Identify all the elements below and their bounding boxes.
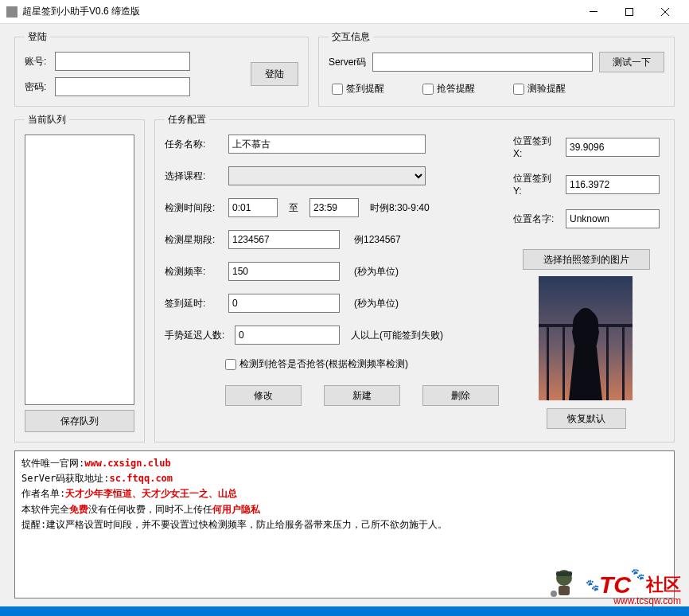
gesture-input[interactable] (235, 326, 340, 345)
gesture-label: 手势延迟人数: (165, 329, 228, 342)
select-photo-button[interactable]: 选择拍照签到的图片 (523, 249, 650, 270)
week-label: 检测星期段: (165, 233, 222, 247)
delay-input[interactable] (228, 294, 340, 313)
minimize-icon (590, 11, 598, 12)
svg-rect-7 (622, 324, 625, 400)
interact-legend: 交互信息 (329, 30, 373, 44)
watermark-tc: TC (599, 571, 631, 598)
save-queue-button[interactable]: 保存队列 (25, 410, 134, 432)
week-input[interactable] (228, 230, 340, 249)
queue-group: 当前队列 保存队列 (14, 113, 145, 443)
login-legend: 登陆 (25, 30, 50, 44)
test-button[interactable]: 测试一下 (599, 52, 664, 72)
time-separator: 至 (284, 201, 303, 215)
delay-label: 签到延时: (165, 297, 222, 310)
auto-answer-input[interactable] (225, 359, 236, 370)
svg-rect-11 (559, 586, 570, 595)
course-select[interactable] (228, 166, 426, 185)
rush-reminder-checkbox[interactable]: 抢答提醒 (422, 82, 475, 96)
loc-x-label: 位置签到X: (513, 135, 559, 159)
password-input[interactable] (55, 77, 190, 96)
test-reminder-checkbox[interactable]: 测验提醒 (513, 82, 566, 96)
watermark: 🐾 TC 🐾 社区 (547, 565, 681, 598)
mascot-icon (547, 565, 581, 598)
time-label: 检测时间段: (165, 201, 222, 215)
queue-list[interactable] (25, 135, 134, 405)
signin-reminder-checkbox[interactable]: 签到提醒 (332, 82, 384, 96)
loc-x-input[interactable] (566, 138, 660, 157)
time-to-input[interactable] (309, 198, 359, 217)
task-name-label: 任务名称: (165, 138, 222, 151)
restore-default-button[interactable]: 恢复默认 (547, 408, 626, 429)
password-label: 密码: (25, 80, 55, 94)
delay-hint: (秒为单位) (354, 297, 399, 310)
new-button[interactable]: 新建 (324, 385, 400, 406)
task-legend: 任务配置 (165, 113, 209, 127)
app-icon (6, 6, 18, 18)
gesture-hint: 人以上(可能签到失败) (351, 329, 443, 342)
server-label: Server码 (329, 56, 366, 69)
main-window: 超星签到小助手V0.6 缔造版 登陆 账号: (0, 0, 689, 606)
svg-rect-0 (590, 11, 598, 12)
window-title: 超星签到小助手V0.6 缔造版 (22, 5, 575, 18)
rush-reminder-input[interactable] (422, 84, 434, 95)
task-name-input[interactable] (228, 135, 426, 154)
loc-y-label: 位置签到Y: (513, 172, 559, 197)
svg-rect-1 (625, 8, 633, 15)
titlebar: 超星签到小助手V0.6 缔造版 (0, 0, 689, 24)
close-icon (661, 8, 669, 16)
loc-name-input[interactable] (566, 209, 660, 228)
svg-rect-6 (606, 324, 609, 400)
loc-name-label: 位置名字: (513, 212, 559, 226)
login-group: 登陆 账号: 密码: 登陆 (14, 30, 309, 107)
loc-y-input[interactable] (566, 175, 660, 194)
delete-button[interactable]: 删除 (422, 385, 499, 406)
task-group: 任务配置 任务名称: 选择课程: 检测时间段: (154, 113, 675, 443)
preview-image (539, 276, 633, 400)
login-button[interactable]: 登陆 (251, 62, 298, 86)
modify-button[interactable]: 修改 (225, 385, 302, 406)
watermark-paw-icon: 🐾 (631, 567, 644, 580)
account-input[interactable] (55, 52, 190, 71)
watermark-paw-icon: 🐾 (586, 579, 599, 591)
time-hint: 时例8:30-9:40 (370, 201, 430, 215)
week-hint: 例1234567 (354, 233, 401, 247)
freq-label: 检测频率: (165, 265, 222, 279)
auto-answer-checkbox[interactable]: 检测到抢答是否抢答(根据检测频率检测) (225, 357, 499, 371)
freq-input[interactable] (228, 262, 340, 281)
photo-preview (539, 276, 633, 400)
queue-legend: 当前队列 (25, 113, 69, 127)
svg-rect-5 (562, 324, 565, 400)
interact-group: 交互信息 Server码 测试一下 签到提醒 抢答提醒 (318, 30, 675, 107)
test-reminder-input[interactable] (513, 84, 524, 95)
freq-hint: (秒为单位) (354, 265, 399, 279)
watermark-cn: 社区 (646, 573, 681, 597)
maximize-icon (625, 8, 633, 16)
signin-reminder-input[interactable] (332, 84, 343, 95)
svg-rect-4 (547, 324, 549, 400)
account-label: 账号: (25, 55, 55, 68)
course-label: 选择课程: (165, 170, 222, 183)
watermark-url: www.tcsqw.com (613, 595, 681, 606)
close-button[interactable] (647, 0, 683, 23)
svg-point-12 (551, 591, 557, 597)
svg-rect-10 (556, 571, 572, 576)
time-from-input[interactable] (228, 198, 278, 217)
minimize-button[interactable] (575, 0, 611, 23)
maximize-button[interactable] (611, 0, 647, 23)
server-input[interactable] (372, 53, 593, 72)
